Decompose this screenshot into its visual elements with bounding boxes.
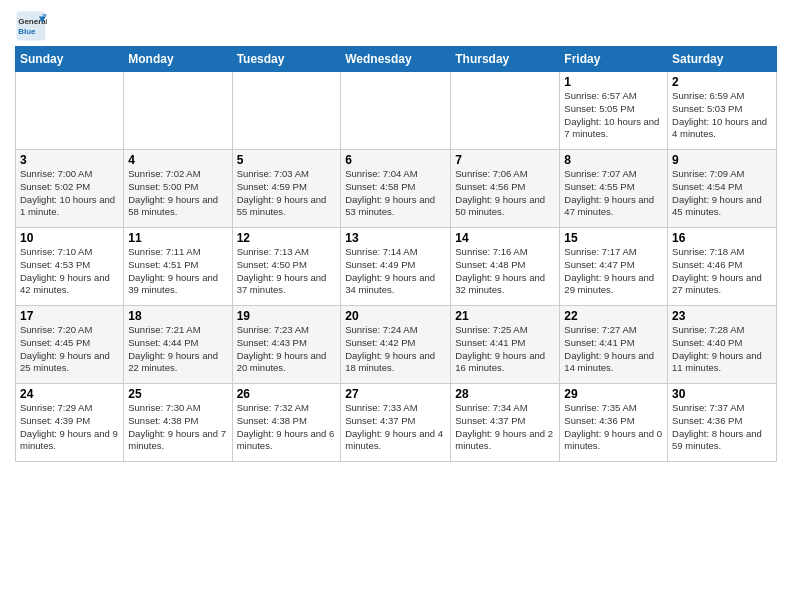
calendar-cell: 27Sunrise: 7:33 AM Sunset: 4:37 PM Dayli…	[341, 384, 451, 462]
calendar-cell: 7Sunrise: 7:06 AM Sunset: 4:56 PM Daylig…	[451, 150, 560, 228]
day-info: Sunrise: 7:07 AM Sunset: 4:55 PM Dayligh…	[564, 168, 663, 219]
calendar-cell: 9Sunrise: 7:09 AM Sunset: 4:54 PM Daylig…	[668, 150, 777, 228]
day-number: 6	[345, 153, 446, 167]
day-info: Sunrise: 7:33 AM Sunset: 4:37 PM Dayligh…	[345, 402, 446, 453]
day-number: 20	[345, 309, 446, 323]
calendar-table: SundayMondayTuesdayWednesdayThursdayFrid…	[15, 46, 777, 462]
calendar-cell	[451, 72, 560, 150]
calendar-cell: 15Sunrise: 7:17 AM Sunset: 4:47 PM Dayli…	[560, 228, 668, 306]
calendar-cell: 22Sunrise: 7:27 AM Sunset: 4:41 PM Dayli…	[560, 306, 668, 384]
header-monday: Monday	[124, 47, 232, 72]
day-number: 3	[20, 153, 119, 167]
calendar-week-3: 10Sunrise: 7:10 AM Sunset: 4:53 PM Dayli…	[16, 228, 777, 306]
calendar-cell: 10Sunrise: 7:10 AM Sunset: 4:53 PM Dayli…	[16, 228, 124, 306]
day-info: Sunrise: 7:02 AM Sunset: 5:00 PM Dayligh…	[128, 168, 227, 219]
day-number: 15	[564, 231, 663, 245]
day-number: 8	[564, 153, 663, 167]
day-info: Sunrise: 7:00 AM Sunset: 5:02 PM Dayligh…	[20, 168, 119, 219]
calendar-cell: 11Sunrise: 7:11 AM Sunset: 4:51 PM Dayli…	[124, 228, 232, 306]
day-number: 18	[128, 309, 227, 323]
page-container: General Blue SundayMondayTuesdayWednesda…	[0, 0, 792, 472]
day-info: Sunrise: 7:37 AM Sunset: 4:36 PM Dayligh…	[672, 402, 772, 453]
day-number: 17	[20, 309, 119, 323]
calendar-header-row: SundayMondayTuesdayWednesdayThursdayFrid…	[16, 47, 777, 72]
calendar-cell: 1Sunrise: 6:57 AM Sunset: 5:05 PM Daylig…	[560, 72, 668, 150]
day-number: 10	[20, 231, 119, 245]
calendar-cell: 14Sunrise: 7:16 AM Sunset: 4:48 PM Dayli…	[451, 228, 560, 306]
calendar-cell: 28Sunrise: 7:34 AM Sunset: 4:37 PM Dayli…	[451, 384, 560, 462]
day-info: Sunrise: 6:59 AM Sunset: 5:03 PM Dayligh…	[672, 90, 772, 141]
calendar-cell: 12Sunrise: 7:13 AM Sunset: 4:50 PM Dayli…	[232, 228, 341, 306]
calendar-week-4: 17Sunrise: 7:20 AM Sunset: 4:45 PM Dayli…	[16, 306, 777, 384]
day-info: Sunrise: 6:57 AM Sunset: 5:05 PM Dayligh…	[564, 90, 663, 141]
header-wednesday: Wednesday	[341, 47, 451, 72]
calendar-cell	[232, 72, 341, 150]
day-number: 24	[20, 387, 119, 401]
calendar-cell: 3Sunrise: 7:00 AM Sunset: 5:02 PM Daylig…	[16, 150, 124, 228]
day-info: Sunrise: 7:32 AM Sunset: 4:38 PM Dayligh…	[237, 402, 337, 453]
calendar-week-2: 3Sunrise: 7:00 AM Sunset: 5:02 PM Daylig…	[16, 150, 777, 228]
day-info: Sunrise: 7:23 AM Sunset: 4:43 PM Dayligh…	[237, 324, 337, 375]
svg-text:Blue: Blue	[18, 27, 36, 36]
calendar-cell: 23Sunrise: 7:28 AM Sunset: 4:40 PM Dayli…	[668, 306, 777, 384]
day-info: Sunrise: 7:30 AM Sunset: 4:38 PM Dayligh…	[128, 402, 227, 453]
calendar-cell: 26Sunrise: 7:32 AM Sunset: 4:38 PM Dayli…	[232, 384, 341, 462]
day-info: Sunrise: 7:09 AM Sunset: 4:54 PM Dayligh…	[672, 168, 772, 219]
logo: General Blue	[15, 10, 51, 42]
day-info: Sunrise: 7:11 AM Sunset: 4:51 PM Dayligh…	[128, 246, 227, 297]
header-saturday: Saturday	[668, 47, 777, 72]
day-number: 27	[345, 387, 446, 401]
day-info: Sunrise: 7:21 AM Sunset: 4:44 PM Dayligh…	[128, 324, 227, 375]
day-number: 2	[672, 75, 772, 89]
day-number: 5	[237, 153, 337, 167]
calendar-cell: 30Sunrise: 7:37 AM Sunset: 4:36 PM Dayli…	[668, 384, 777, 462]
day-number: 7	[455, 153, 555, 167]
day-info: Sunrise: 7:29 AM Sunset: 4:39 PM Dayligh…	[20, 402, 119, 453]
day-number: 28	[455, 387, 555, 401]
day-number: 12	[237, 231, 337, 245]
day-number: 26	[237, 387, 337, 401]
calendar-cell: 16Sunrise: 7:18 AM Sunset: 4:46 PM Dayli…	[668, 228, 777, 306]
calendar-week-5: 24Sunrise: 7:29 AM Sunset: 4:39 PM Dayli…	[16, 384, 777, 462]
logo-icon: General Blue	[15, 10, 47, 42]
day-number: 9	[672, 153, 772, 167]
calendar-cell: 2Sunrise: 6:59 AM Sunset: 5:03 PM Daylig…	[668, 72, 777, 150]
day-number: 29	[564, 387, 663, 401]
calendar-cell	[124, 72, 232, 150]
day-info: Sunrise: 7:13 AM Sunset: 4:50 PM Dayligh…	[237, 246, 337, 297]
day-number: 19	[237, 309, 337, 323]
header-tuesday: Tuesday	[232, 47, 341, 72]
day-info: Sunrise: 7:20 AM Sunset: 4:45 PM Dayligh…	[20, 324, 119, 375]
day-number: 13	[345, 231, 446, 245]
header-sunday: Sunday	[16, 47, 124, 72]
day-info: Sunrise: 7:34 AM Sunset: 4:37 PM Dayligh…	[455, 402, 555, 453]
calendar-cell: 25Sunrise: 7:30 AM Sunset: 4:38 PM Dayli…	[124, 384, 232, 462]
day-number: 11	[128, 231, 227, 245]
day-info: Sunrise: 7:16 AM Sunset: 4:48 PM Dayligh…	[455, 246, 555, 297]
day-info: Sunrise: 7:28 AM Sunset: 4:40 PM Dayligh…	[672, 324, 772, 375]
calendar-cell: 29Sunrise: 7:35 AM Sunset: 4:36 PM Dayli…	[560, 384, 668, 462]
day-number: 14	[455, 231, 555, 245]
day-number: 25	[128, 387, 227, 401]
calendar-cell: 4Sunrise: 7:02 AM Sunset: 5:00 PM Daylig…	[124, 150, 232, 228]
calendar-cell: 19Sunrise: 7:23 AM Sunset: 4:43 PM Dayli…	[232, 306, 341, 384]
header-thursday: Thursday	[451, 47, 560, 72]
calendar-cell: 24Sunrise: 7:29 AM Sunset: 4:39 PM Dayli…	[16, 384, 124, 462]
day-info: Sunrise: 7:04 AM Sunset: 4:58 PM Dayligh…	[345, 168, 446, 219]
calendar-cell	[341, 72, 451, 150]
header-friday: Friday	[560, 47, 668, 72]
day-info: Sunrise: 7:06 AM Sunset: 4:56 PM Dayligh…	[455, 168, 555, 219]
day-number: 22	[564, 309, 663, 323]
calendar-cell: 6Sunrise: 7:04 AM Sunset: 4:58 PM Daylig…	[341, 150, 451, 228]
calendar-cell: 13Sunrise: 7:14 AM Sunset: 4:49 PM Dayli…	[341, 228, 451, 306]
calendar-week-1: 1Sunrise: 6:57 AM Sunset: 5:05 PM Daylig…	[16, 72, 777, 150]
day-info: Sunrise: 7:17 AM Sunset: 4:47 PM Dayligh…	[564, 246, 663, 297]
calendar-cell: 21Sunrise: 7:25 AM Sunset: 4:41 PM Dayli…	[451, 306, 560, 384]
calendar-cell: 8Sunrise: 7:07 AM Sunset: 4:55 PM Daylig…	[560, 150, 668, 228]
day-info: Sunrise: 7:27 AM Sunset: 4:41 PM Dayligh…	[564, 324, 663, 375]
day-number: 21	[455, 309, 555, 323]
day-number: 16	[672, 231, 772, 245]
day-info: Sunrise: 7:25 AM Sunset: 4:41 PM Dayligh…	[455, 324, 555, 375]
header: General Blue	[15, 10, 777, 42]
calendar-cell	[16, 72, 124, 150]
